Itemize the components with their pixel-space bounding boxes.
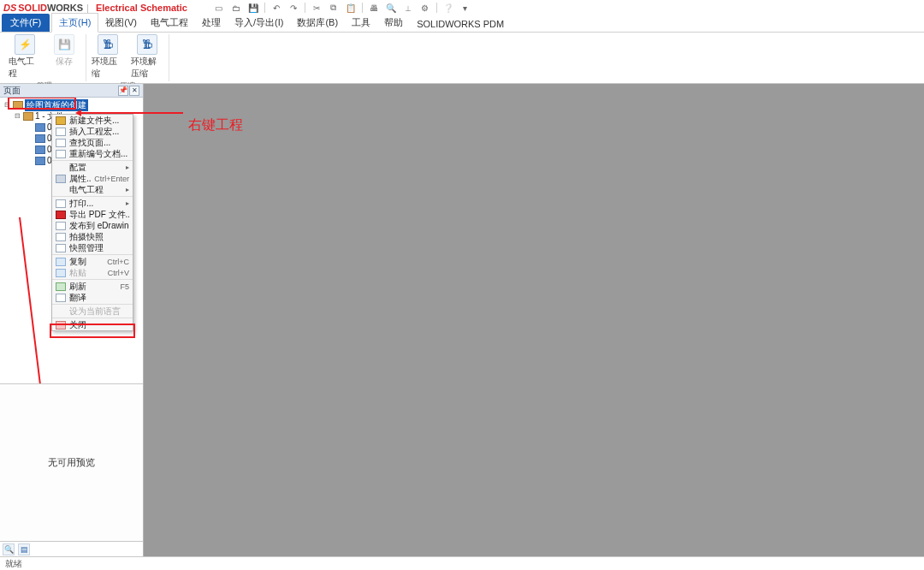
- context-menu-item[interactable]: 重新编号文档...: [52, 148, 133, 159]
- context-menu-label: 属性...: [69, 173, 91, 185]
- blank-icon: [56, 307, 66, 316]
- folder-icon: [23, 112, 33, 121]
- context-menu-item[interactable]: 快照管理: [52, 242, 133, 253]
- blank-icon: [56, 186, 66, 194]
- context-menu-item[interactable]: 关闭: [52, 319, 133, 330]
- page-icon: [56, 128, 66, 136]
- ribbon-group-manage: ⚡ 电气工程 💾 保存 管理: [3, 34, 86, 81]
- qat-search-icon[interactable]: 🔍: [385, 2, 397, 14]
- qat-dropdown-icon[interactable]: ▾: [459, 2, 471, 14]
- app-subtitle: Electrical Schematic: [96, 3, 187, 13]
- qat-new-icon[interactable]: ▭: [213, 2, 225, 14]
- status-text: 就绪: [5, 559, 22, 568]
- pane-tab1-icon[interactable]: 🔍: [3, 543, 15, 555]
- context-menu-label: 导出 PDF 文件...: [69, 209, 129, 221]
- doc-icon: [35, 123, 45, 132]
- file-menu-button[interactable]: 文件(F): [2, 14, 50, 32]
- context-menu-item[interactable]: 刷新F5: [52, 281, 133, 292]
- context-menu-label: 翻译: [69, 292, 129, 304]
- ribbon-save-button: 💾 保存: [48, 34, 80, 68]
- context-menu: 新建文件夹...插入工程宏...查找页面...重新编号文档...配置▸属性...…: [51, 114, 133, 331]
- ribbon-group-compress: 🗜 环境压缩 🗜 环境解压缩 压缩: [86, 34, 169, 81]
- qat-ruler-icon[interactable]: ⟂: [402, 2, 414, 14]
- tab-db[interactable]: 数据库(B): [290, 14, 345, 32]
- ribbon-env-compress-button[interactable]: 🗜 环境压缩: [92, 34, 124, 80]
- page-icon: [56, 199, 66, 208]
- annotation-text: 右键工程: [188, 116, 243, 134]
- submenu-arrow-icon: ▸: [126, 163, 129, 171]
- pane-header: 页面 📌 ✕: [0, 84, 143, 98]
- context-menu-item[interactable]: 电气工程▸: [52, 184, 133, 195]
- context-menu-item[interactable]: 翻译: [52, 292, 133, 303]
- tab-help[interactable]: 帮助: [377, 14, 410, 32]
- tab-home[interactable]: 主页(H): [51, 13, 98, 33]
- context-menu-item: 粘贴Ctrl+V: [52, 267, 133, 278]
- pane-title: 页面: [3, 85, 21, 97]
- context-menu-item: 设为当前语言: [52, 306, 133, 317]
- pane-pin-icon[interactable]: 📌: [118, 86, 128, 96]
- ribbon-elec-project-button[interactable]: ⚡ 电气工程: [9, 34, 41, 80]
- qat-open-icon[interactable]: 🗀: [230, 2, 242, 14]
- submenu-arrow-icon: ▸: [126, 186, 129, 193]
- context-menu-item[interactable]: 发布到 eDrawings...: [52, 220, 133, 231]
- qat-cut-icon[interactable]: ✂: [311, 2, 323, 14]
- compress-icon: 🗜: [98, 34, 118, 55]
- qat-settings-icon[interactable]: ⚙: [419, 2, 431, 14]
- qat-print-icon[interactable]: 🖶: [368, 2, 380, 14]
- app-brand: SOLIDWORKS: [18, 3, 83, 13]
- context-menu-item[interactable]: 属性...Ctrl+Enter: [52, 173, 133, 184]
- context-menu-item[interactable]: 新建文件夹...: [52, 115, 133, 126]
- page-icon: [56, 222, 66, 230]
- pane-bottom-tabs: 🔍 ▤: [0, 541, 143, 556]
- context-menu-shortcut: Ctrl+Enter: [94, 175, 129, 183]
- context-menu-label: 快照管理: [69, 242, 129, 254]
- drawing-canvas[interactable]: [144, 84, 924, 556]
- context-menu-item[interactable]: 查找页面...: [52, 137, 133, 148]
- qat-copy-icon[interactable]: ⧉: [328, 2, 340, 14]
- page-icon: [56, 233, 66, 241]
- pane-tab2-icon[interactable]: ▤: [18, 543, 30, 555]
- context-menu-item[interactable]: 配置▸: [52, 162, 133, 173]
- context-menu-label: 刷新: [69, 281, 116, 293]
- page-icon: [56, 139, 66, 147]
- copy-icon: [56, 258, 66, 266]
- decompress-icon: 🗜: [137, 34, 157, 55]
- qat-undo-icon[interactable]: ↶: [270, 2, 282, 14]
- context-menu-label: 设为当前语言: [69, 306, 129, 318]
- context-menu-item[interactable]: 插入工程宏...: [52, 126, 133, 137]
- context-menu-label: 拍摄快照: [69, 231, 129, 243]
- context-menu-label: 查找页面...: [69, 137, 129, 149]
- annotation-arrow-down: [19, 217, 46, 383]
- preview-pane: 无可用预览: [0, 383, 143, 541]
- qat-paste-icon[interactable]: 📋: [345, 2, 357, 14]
- pane-close-icon[interactable]: ✕: [129, 86, 139, 96]
- context-menu-label: 配置: [69, 162, 122, 174]
- blank-icon: [56, 163, 66, 172]
- context-menu-label: 关闭: [69, 319, 129, 331]
- context-menu-label: 重新编号文档...: [69, 148, 129, 160]
- tab-elec[interactable]: 电气工程: [144, 14, 195, 32]
- context-menu-item[interactable]: 导出 PDF 文件...: [52, 209, 133, 220]
- tab-process[interactable]: 处理: [195, 14, 228, 32]
- tab-pdm[interactable]: SOLIDWORKS PDM: [410, 16, 511, 32]
- context-menu-item[interactable]: 打印...▸: [52, 198, 133, 209]
- annotation-arrow-right: [77, 112, 183, 114]
- tab-import[interactable]: 导入/导出(I): [228, 14, 290, 32]
- qat-help-icon[interactable]: ❔: [442, 2, 454, 14]
- page-icon: [56, 150, 66, 158]
- context-menu-label: 电气工程: [69, 184, 122, 196]
- page-icon: [56, 294, 66, 302]
- context-menu-item[interactable]: 复制Ctrl+C: [52, 256, 133, 267]
- qat-save-icon[interactable]: 💾: [247, 2, 259, 14]
- submenu-arrow-icon: ▸: [126, 199, 129, 207]
- tab-view[interactable]: 视图(V): [98, 14, 144, 32]
- status-bar: 就绪: [0, 556, 924, 570]
- lightning-icon: ⚡: [15, 34, 35, 55]
- qat-redo-icon[interactable]: ↷: [287, 2, 299, 14]
- page-icon: [56, 244, 66, 252]
- preview-empty-label: 无可用预览: [48, 456, 95, 469]
- tab-tools[interactable]: 工具: [345, 14, 377, 32]
- quick-access-toolbar: ▭ 🗀 💾 ↶ ↷ ✂ ⧉ 📋 🖶 🔍 ⟂ ⚙ ❔ ▾: [213, 2, 471, 14]
- ribbon-env-decompress-button[interactable]: 🗜 环境解压缩: [131, 34, 163, 80]
- context-menu-item[interactable]: 拍摄快照: [52, 231, 133, 242]
